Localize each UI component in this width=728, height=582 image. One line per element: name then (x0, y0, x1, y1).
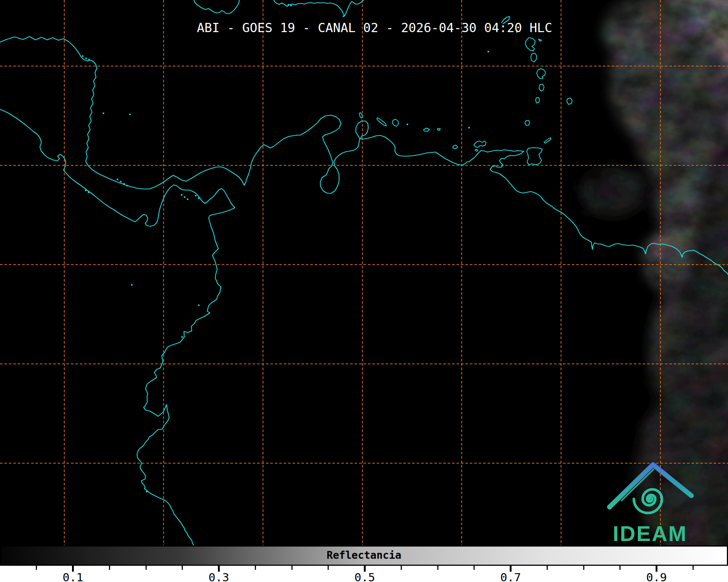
image-title: ABI - GOES 19 - CANAL 02 - 2026-04-30 04… (197, 20, 552, 35)
colorbar-label: Reflectancia (327, 549, 401, 561)
colorbar-tick-minor (36, 566, 37, 570)
islet-dot (181, 194, 183, 196)
colorbar-tick-label: 0.7 (500, 571, 521, 582)
logo-wordmark: IDEAM (613, 521, 687, 545)
islet-dot (187, 199, 189, 200)
islet-dot (407, 124, 409, 125)
islet-dot (290, 5, 292, 7)
islet-dot (184, 196, 186, 198)
colorbar-tick-minor (146, 566, 147, 570)
colorbar-tick-minor (474, 566, 475, 570)
islet-dot (82, 55, 84, 57)
colorbar-tick-label: 0.9 (646, 571, 667, 582)
colorbar-tick-minor (619, 566, 621, 570)
islet-dot (85, 58, 87, 59)
colorbar-tick-minor (437, 566, 438, 570)
islet-dot (120, 181, 122, 183)
colorbar-axis: 0.10.30.50.70.9 (0, 566, 728, 582)
islet-dot (195, 195, 197, 197)
islet-dot (117, 179, 119, 180)
islet-dot (198, 304, 200, 306)
islet-dot (126, 185, 128, 187)
colorbar-tick-minor (255, 566, 256, 570)
colorbar-tick-minor (182, 566, 183, 570)
satellite-image-viewport: IDEAM ABI - GOES 19 - CANAL 02 - 2026-04… (0, 0, 728, 582)
islet-dot (468, 127, 470, 129)
cloud-patch (580, 166, 646, 218)
colorbar-tick-minor (693, 566, 694, 570)
islet-dot (131, 284, 133, 286)
islet-dot (288, 4, 290, 6)
islet-dot (88, 59, 90, 61)
islet-dot (123, 183, 125, 185)
islet-dot (129, 114, 131, 116)
islet-dot (85, 190, 87, 192)
colorbar: Reflectancia (0, 545, 728, 566)
colorbar-tick-label: 0.5 (355, 571, 375, 582)
colorbar-tick-minor (401, 566, 402, 570)
colorbar-tick-minor (547, 566, 548, 570)
islet-dot (181, 336, 183, 338)
islet-dot (198, 197, 200, 199)
islet-dot (103, 113, 105, 114)
colorbar-tick-minor (583, 566, 584, 570)
colorbar-tick-label: 0.3 (209, 571, 229, 582)
islet-dot (146, 491, 148, 493)
colorbar-tick-minor (291, 566, 293, 570)
islet-dot (343, 16, 345, 17)
islet-dot (88, 192, 90, 193)
colorbar-tick-minor (109, 566, 110, 570)
colorbar-tick-label: 0.1 (63, 571, 83, 582)
colorbar-tick-minor (328, 566, 329, 570)
islet-dot (488, 51, 489, 53)
satellite-map: IDEAM (0, 0, 728, 582)
